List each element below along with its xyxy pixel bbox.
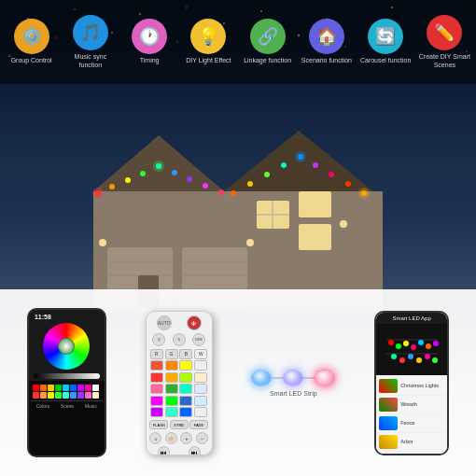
quick-button[interactable]: Q bbox=[152, 333, 165, 346]
music-sync-label: Music sync function bbox=[63, 53, 119, 69]
led-bulb-pink bbox=[315, 370, 335, 386]
svg-point-46 bbox=[203, 183, 208, 189]
sym-btn-3[interactable]: + bbox=[180, 432, 192, 444]
scene-item-string[interactable]: String lights bbox=[378, 452, 445, 454]
btn-blue1[interactable] bbox=[179, 396, 192, 406]
btn-white2[interactable] bbox=[194, 407, 207, 417]
linkage-item: 🔗 Linkage function bbox=[240, 19, 296, 64]
scene-icon-christmas bbox=[379, 379, 398, 393]
swatch-yellow2 bbox=[48, 392, 54, 399]
feature-icon-bar: ⚙️ Group Control 🎵 Music sync function 🕐… bbox=[0, 0, 476, 84]
swatch-green bbox=[55, 385, 62, 391]
phone-right-screen: Smart LED App bbox=[376, 313, 447, 454]
btn-amber[interactable] bbox=[165, 372, 178, 383]
remote-control: AUTO ⏻ Q S DIM R G B W bbox=[146, 311, 213, 455]
nav-scene: Scene bbox=[61, 403, 74, 409]
timing-icon: 🕐 bbox=[132, 19, 167, 54]
btn-blue2[interactable] bbox=[179, 407, 192, 417]
svg-point-40 bbox=[109, 184, 115, 189]
color-wheel bbox=[43, 323, 90, 370]
btn-lightblue[interactable] bbox=[194, 384, 207, 394]
symbol-buttons-row: ☼ 🔆 + − ⏮ ⏭ bbox=[149, 432, 209, 455]
btn-red1[interactable] bbox=[150, 360, 163, 371]
group-control-icon: ⚙️ bbox=[14, 19, 49, 54]
led-strip-display: Smart LED Strip bbox=[251, 370, 335, 397]
btn-teal[interactable] bbox=[179, 384, 192, 394]
svg-point-45 bbox=[187, 176, 192, 182]
svg-point-76 bbox=[432, 357, 438, 363]
linkage-label: Linkage function bbox=[244, 57, 291, 64]
svg-point-37 bbox=[246, 239, 254, 246]
swatch-red bbox=[33, 385, 39, 391]
product-display-section: 11:58 bbox=[0, 289, 476, 476]
scene-label-fence: Fence bbox=[400, 420, 414, 426]
svg-point-73 bbox=[408, 354, 413, 359]
svg-point-41 bbox=[125, 177, 131, 183]
color-wheel-center bbox=[58, 338, 75, 355]
auto-button[interactable]: AUTO bbox=[157, 315, 172, 330]
btn-magenta[interactable] bbox=[150, 396, 163, 406]
phone-bottom-nav: Colors Scene Music bbox=[31, 400, 103, 411]
main-container: ⚙️ Group Control 🎵 Music sync function 🕐… bbox=[0, 0, 476, 476]
swatch-blue bbox=[70, 385, 77, 391]
slow-button[interactable]: S bbox=[173, 333, 186, 346]
sym-btn-4[interactable]: − bbox=[196, 432, 208, 444]
svg-point-55 bbox=[345, 181, 351, 187]
btn-red2[interactable] bbox=[150, 372, 163, 383]
btn-orange1[interactable] bbox=[165, 360, 178, 371]
btn-lime[interactable] bbox=[179, 372, 192, 383]
scene-label-arbor: Arbor bbox=[400, 439, 413, 444]
remote-button-grid: R G B W bbox=[149, 348, 209, 419]
flash-button[interactable]: FLASH bbox=[149, 420, 168, 429]
brightness-slider bbox=[34, 373, 100, 379]
btn-pink[interactable] bbox=[150, 384, 163, 394]
sym-btn-1[interactable]: ☼ bbox=[149, 432, 161, 444]
create-diy-icon: ✏️ bbox=[427, 15, 462, 50]
scene-item-arbor[interactable]: Arbor bbox=[378, 433, 445, 452]
svg-point-69 bbox=[433, 341, 439, 346]
btn-r[interactable]: R bbox=[150, 349, 163, 359]
dim-button[interactable]: DIM bbox=[192, 333, 205, 346]
svg-rect-33 bbox=[299, 224, 331, 250]
scene-item-wreath[interactable]: Wreath bbox=[378, 396, 445, 414]
led-strip-label: Smart LED Strip bbox=[270, 390, 317, 397]
btn-b[interactable]: B bbox=[179, 349, 192, 359]
btn-violet[interactable] bbox=[150, 407, 163, 417]
swatch-red2 bbox=[33, 392, 39, 399]
swatch-teal bbox=[63, 392, 69, 399]
scene-icon-fence bbox=[379, 416, 398, 430]
svg-point-53 bbox=[313, 162, 318, 168]
btn-cream[interactable] bbox=[194, 372, 207, 383]
carousel-item: 🔄 Carousel function bbox=[357, 19, 413, 64]
fade-button[interactable]: FADE bbox=[189, 420, 208, 429]
btn-g[interactable]: G bbox=[165, 349, 178, 359]
phone-left-screen: 11:58 bbox=[29, 310, 105, 455]
svg-point-42 bbox=[140, 171, 146, 176]
swatch-white bbox=[92, 385, 99, 391]
svg-point-60 bbox=[358, 188, 370, 199]
swatch-cream bbox=[92, 392, 99, 399]
sym-btn-2[interactable]: 🔆 bbox=[165, 432, 177, 444]
btn-lightcyan[interactable] bbox=[194, 396, 207, 406]
sym-btn-5[interactable]: ⏮ bbox=[158, 446, 170, 455]
svg-point-68 bbox=[426, 343, 431, 349]
diy-light-label: DIY Light Effect bbox=[186, 57, 231, 64]
btn-green1[interactable] bbox=[165, 384, 178, 394]
btn-green2[interactable] bbox=[165, 396, 178, 406]
btn-seafoam[interactable] bbox=[165, 407, 178, 417]
create-diy-label: Create DIY Smart Scenes bbox=[416, 53, 472, 69]
btn-w[interactable]: W bbox=[194, 349, 207, 359]
btn-yellow1[interactable] bbox=[179, 360, 192, 371]
scene-icon-arbor bbox=[379, 435, 398, 449]
group-control-item: ⚙️ Group Control bbox=[4, 19, 60, 64]
svg-point-51 bbox=[281, 162, 287, 168]
strobe-button[interactable]: STRB bbox=[170, 420, 189, 429]
sym-btn-6[interactable]: ⏭ bbox=[189, 446, 201, 455]
color-swatches bbox=[31, 383, 103, 400]
power-button[interactable]: ⏻ bbox=[187, 315, 202, 330]
btn-white1[interactable] bbox=[194, 360, 207, 371]
diy-light-icon: 💡 bbox=[190, 19, 226, 54]
svg-point-71 bbox=[391, 354, 397, 359]
scene-item-christmas[interactable]: Christmas Lights bbox=[378, 377, 445, 396]
scene-item-fence[interactable]: Fence bbox=[378, 414, 445, 433]
